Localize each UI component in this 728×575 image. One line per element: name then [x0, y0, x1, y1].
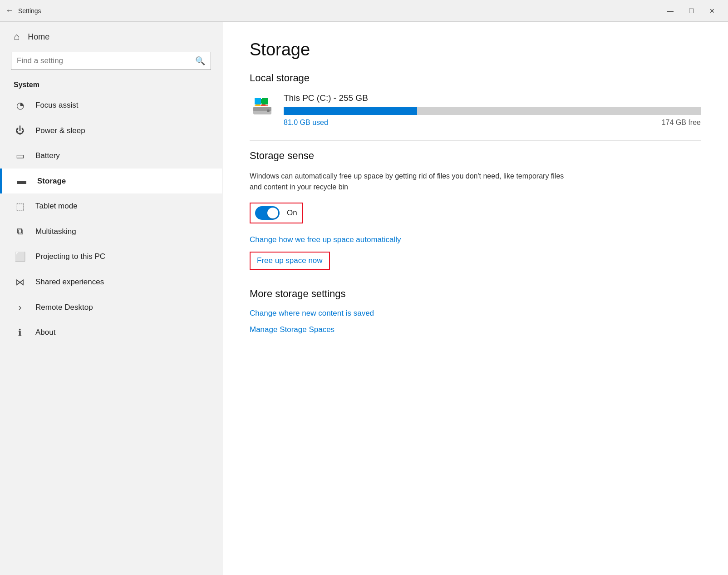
storage-sense-section: Storage sense Windows can automatically … — [250, 150, 701, 283]
sidebar-label-storage: Storage — [37, 177, 66, 186]
storage-sense-toggle-row: On — [250, 203, 303, 223]
power-sleep-icon: ⏻ — [14, 125, 26, 136]
battery-icon: ▭ — [14, 150, 26, 161]
sidebar-item-shared-experiences[interactable]: ⋈Shared experiences — [0, 269, 222, 295]
manage-spaces-link[interactable]: Manage Storage Spaces — [250, 325, 701, 334]
divider-1 — [250, 140, 701, 141]
storage-bar-fill — [284, 107, 417, 115]
close-button[interactable]: ✕ — [702, 0, 723, 22]
remote-desktop-icon: › — [14, 302, 26, 312]
svg-point-2 — [267, 109, 270, 112]
sidebar-item-power-sleep[interactable]: ⏻Power & sleep — [0, 118, 222, 143]
sidebar-label-shared-experiences: Shared experiences — [35, 278, 104, 287]
local-storage-title: Local storage — [250, 72, 701, 84]
app-body: ⌂ Home 🔍 System ◔Focus assist⏻Power & sl… — [0, 22, 728, 575]
sidebar-item-storage[interactable]: ▬Storage — [0, 169, 222, 193]
projecting-icon: ⬜ — [14, 251, 26, 262]
storage-icon: ▬ — [15, 176, 28, 186]
drive-name: This PC (C:) - 255 GB — [284, 93, 701, 103]
home-icon: ⌂ — [14, 31, 20, 43]
free-up-link[interactable]: Free up space now — [250, 252, 330, 270]
sidebar-item-about[interactable]: ℹAbout — [0, 320, 222, 345]
multitasking-icon: ⧉ — [14, 226, 26, 237]
toggle-knob — [267, 208, 278, 218]
drive-icon — [250, 93, 275, 118]
svg-rect-9 — [256, 104, 260, 106]
storage-bar-track — [284, 107, 701, 115]
minimize-button[interactable]: — — [660, 0, 681, 22]
storage-sense-title: Storage sense — [250, 150, 701, 162]
sidebar: ⌂ Home 🔍 System ◔Focus assist⏻Power & sl… — [0, 22, 222, 575]
sidebar-item-home[interactable]: ⌂ Home — [0, 22, 222, 52]
shared-experiences-icon: ⋈ — [14, 277, 26, 288]
change-auto-link[interactable]: Change how we free up space automaticall… — [250, 235, 701, 244]
sidebar-item-multitasking[interactable]: ⧉Multitasking — [0, 219, 222, 244]
sidebar-label-focus-assist: Focus assist — [35, 101, 78, 110]
search-box: 🔍 — [11, 52, 211, 70]
app-title: Settings — [18, 7, 41, 15]
back-button[interactable]: ← — [5, 6, 14, 15]
sidebar-item-remote-desktop[interactable]: ›Remote Desktop — [0, 295, 222, 320]
sidebar-home-label: Home — [28, 32, 49, 42]
search-input[interactable] — [17, 56, 192, 65]
system-label: System — [0, 78, 222, 93]
sidebar-item-battery[interactable]: ▭Battery — [0, 143, 222, 169]
storage-sense-description: Windows can automatically free up space … — [250, 171, 567, 193]
storage-labels: 81.0 GB used 174 GB free — [284, 119, 701, 127]
search-icon: 🔍 — [195, 56, 205, 66]
title-bar: ← Settings — ☐ ✕ — [0, 0, 728, 22]
content-area: Storage Local storage — [222, 22, 728, 575]
page-title: Storage — [250, 40, 701, 59]
window-controls: — ☐ ✕ — [660, 0, 723, 22]
toggle-label: On — [287, 208, 297, 218]
sidebar-label-multitasking: Multitasking — [35, 227, 76, 236]
storage-info: This PC (C:) - 255 GB 81.0 GB used 174 G… — [284, 93, 701, 127]
focus-assist-icon: ◔ — [14, 100, 26, 111]
storage-sense-toggle[interactable] — [255, 206, 280, 220]
more-storage-title: More storage settings — [250, 288, 701, 300]
tablet-mode-icon: ⬚ — [14, 201, 26, 212]
drive-item: This PC (C:) - 255 GB 81.0 GB used 174 G… — [250, 93, 701, 127]
free-label: 174 GB free — [662, 119, 701, 127]
sidebar-label-power-sleep: Power & sleep — [35, 126, 85, 135]
change-where-link[interactable]: Change where new content is saved — [250, 309, 701, 318]
sidebar-label-about: About — [35, 328, 55, 337]
svg-rect-10 — [261, 104, 266, 106]
sidebar-label-tablet-mode: Tablet mode — [35, 202, 78, 211]
nav-items: ◔Focus assist⏻Power & sleep▭Battery▬Stor… — [0, 93, 222, 345]
sidebar-label-remote-desktop: Remote Desktop — [35, 303, 93, 312]
svg-rect-7 — [256, 99, 260, 104]
maximize-button[interactable]: ☐ — [681, 0, 702, 22]
sidebar-label-battery: Battery — [35, 151, 60, 160]
used-label: 81.0 GB used — [284, 119, 328, 127]
sidebar-item-projecting[interactable]: ⬜Projecting to this PC — [0, 244, 222, 269]
sidebar-item-focus-assist[interactable]: ◔Focus assist — [0, 93, 222, 118]
svg-rect-8 — [261, 99, 266, 104]
sidebar-label-projecting: Projecting to this PC — [35, 252, 105, 261]
sidebar-item-tablet-mode[interactable]: ⬚Tablet mode — [0, 193, 222, 219]
about-icon: ℹ — [14, 327, 26, 338]
